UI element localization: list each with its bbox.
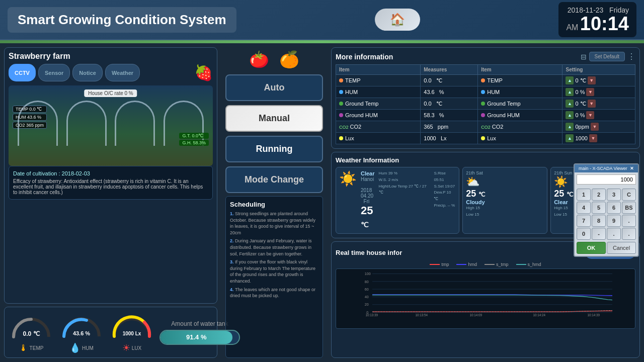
co2-up-btn[interactable]: ▲ xyxy=(566,123,574,131)
co2-down-btn[interactable]: ▼ xyxy=(591,123,599,131)
set-default-button[interactable]: Set Default xyxy=(589,52,625,61)
forecast1-detail: High 15 Low 15 xyxy=(466,205,544,218)
legend-stmp: s_tmp xyxy=(485,262,509,267)
greenhouse-visual: House O/C rate 0 % TEMP 0.0 ℃ HUM 43.6 %… xyxy=(9,85,213,166)
nav-notice[interactable]: Notice xyxy=(72,64,103,81)
manual-button[interactable]: Manual xyxy=(225,105,323,132)
water-bar: 91.4 % xyxy=(159,330,240,345)
scheduling-title: Scheduling xyxy=(230,201,318,208)
svg-text:60: 60 xyxy=(365,287,369,292)
main-container: Strawberry farm CCTV Sensor Notice Weath… xyxy=(0,43,644,362)
key-dot2[interactable]: . xyxy=(607,228,621,240)
scheduling-item-1: 1. Strong seedlings are planted around O… xyxy=(230,211,318,236)
legend-shmd: s_hmd xyxy=(516,262,541,267)
lux-down-btn[interactable]: ▼ xyxy=(589,134,597,142)
temp-gauge: 0.0 ℃ 🌡 TEMP xyxy=(9,312,54,353)
key-c[interactable]: C xyxy=(622,189,636,201)
table-row: Lux 1000 Lx Lux ▲ 1000 ▼ xyxy=(336,133,635,144)
svg-text:10:13:39: 10:13:39 xyxy=(366,313,378,317)
control-buttons: Auto Manual Running Mode Change xyxy=(225,74,323,193)
scada-cancel-button[interactable]: Cancel xyxy=(607,242,636,254)
ghum-up-btn[interactable]: ▲ xyxy=(566,111,574,119)
temp-up-btn[interactable]: ▲ xyxy=(566,76,574,84)
nav-buttons: CCTV Sensor Notice Weather 🍓 xyxy=(9,64,213,81)
ampm: AM xyxy=(566,23,578,32)
datetime-display: 2018-11-23 Friday AM 10:14 xyxy=(558,2,636,37)
temp-down-btn[interactable]: ▼ xyxy=(588,76,596,84)
scada-title: main - X-SCADA Viewer xyxy=(579,166,627,171)
hum-up-btn[interactable]: ▲ xyxy=(566,88,574,96)
key-minus[interactable]: - xyxy=(592,228,606,240)
col-setting: Setting xyxy=(562,65,635,75)
scheduling-item-3: 3. If you cover the floor with black vin… xyxy=(230,259,318,284)
scheduling-item-4: 4. The leaves which are not good shape o… xyxy=(230,287,318,299)
hum-gauge-label: 💧 HUM xyxy=(69,342,94,353)
key-2[interactable]: 2 xyxy=(592,189,606,201)
strawberry-icon: 🍓 xyxy=(194,64,213,81)
cultivation-info: Date of cultivation : 2018-02-03 Efficac… xyxy=(9,166,213,200)
realtime-section: Real time house infor Trend Chart tmp hm… xyxy=(331,241,640,358)
col-item2: Item xyxy=(478,65,562,75)
arch-1 xyxy=(18,101,58,146)
auto-button[interactable]: Auto xyxy=(225,74,323,101)
current-weather-icon: ☀️ xyxy=(339,171,357,187)
svg-text:10:14:24: 10:14:24 xyxy=(533,313,546,317)
info-menu-icon[interactable]: ⋮ xyxy=(627,52,635,61)
key-6[interactable]: 6 xyxy=(607,202,621,214)
tomato-icon: 🍅 xyxy=(249,50,269,69)
svg-text:100: 100 xyxy=(365,272,371,276)
info-header: More information ⊟ Set Default ⋮ xyxy=(336,52,635,61)
water-tank-title: Amount of water tank xyxy=(171,320,228,327)
weather-location: Hanoi 2018 04.20 Fri xyxy=(361,176,375,204)
nav-weather[interactable]: Weather xyxy=(105,64,140,81)
gtemp-down-btn[interactable]: ▼ xyxy=(588,100,596,108)
home-button[interactable]: 🏠 xyxy=(375,9,420,31)
header: Smart Growing Condition System 🏠 2018-11… xyxy=(0,0,644,40)
hum-down-btn[interactable]: ▼ xyxy=(586,88,594,96)
time: 10:14 xyxy=(580,13,629,34)
ground-hum-badge: G.H. 58.3% xyxy=(179,140,209,146)
weather-current-card: ☀️ Clear Hanoi 2018 04.20 Fri xyxy=(336,167,459,234)
nav-cctv[interactable]: CCTV xyxy=(9,64,36,81)
key-0[interactable]: 0 xyxy=(577,228,591,240)
key-8[interactable]: 8 xyxy=(592,215,606,227)
running-button[interactable]: Running xyxy=(225,136,323,162)
scada-input[interactable] xyxy=(577,174,636,185)
ghum-down-btn[interactable]: ▼ xyxy=(586,111,594,119)
weather-detail-2: S.Rise 05:51 S.Set 19:07 Dew.P 10 ℃ Prec… xyxy=(434,170,456,209)
key-5[interactable]: 5 xyxy=(592,202,606,214)
cultivation-date: Date of cultivation : 2018-02-03 xyxy=(13,170,208,176)
scheduling-section: Scheduling 1. Strong seedlings are plant… xyxy=(225,196,323,358)
forecast1-icon: ⛅ xyxy=(466,175,479,188)
forecast2-icon: ☀️ xyxy=(554,175,568,188)
chart-legend: tmp hmd s_tmp s_hmd xyxy=(336,262,635,267)
info-table: Item Measures Item Setting TEMP 0.0 ℃ TE… xyxy=(336,64,635,144)
home-icon: 🏠 xyxy=(390,13,405,27)
key-1[interactable]: 1 xyxy=(577,189,591,201)
svg-text:10:14:09: 10:14:09 xyxy=(470,313,482,317)
nav-sensor[interactable]: Sensor xyxy=(38,64,70,81)
key-dot[interactable]: . xyxy=(622,215,636,227)
key-3[interactable]: 3 xyxy=(607,189,621,201)
gtemp-up-btn[interactable]: ▲ xyxy=(566,100,574,108)
table-row: HUM 43.6 % HUM ▲ 0 % ▼ xyxy=(336,86,635,98)
scada-action-buttons: OK Cancel xyxy=(575,242,638,256)
key-dot3[interactable]: . xyxy=(622,228,636,240)
fruit-icons: 🍅 🍊 xyxy=(225,47,323,71)
mode-change-button[interactable]: Mode Change xyxy=(225,166,323,193)
scada-close-button[interactable]: ✕ xyxy=(630,166,634,171)
weather-title: Weather Information xyxy=(336,156,635,164)
svg-text:40: 40 xyxy=(365,295,369,299)
forecast1-day: 21th Sat xyxy=(466,170,544,175)
scada-ok-button[interactable]: OK xyxy=(577,242,606,254)
more-info-title: More information xyxy=(336,53,393,61)
chart-svg: 100 80 60 40 20 0 xyxy=(339,272,632,317)
lux-up-btn[interactable]: ▲ xyxy=(566,134,574,142)
key-7[interactable]: 7 xyxy=(577,215,591,227)
hum-gauge: 43.6 % 💧 HUM xyxy=(59,311,104,353)
key-4[interactable]: 4 xyxy=(577,202,591,214)
lux-gauge-label: ☀ LUX xyxy=(122,342,141,353)
chart-area: 100 80 60 40 20 0 xyxy=(336,268,635,329)
key-9[interactable]: 9 xyxy=(607,215,621,227)
key-bs[interactable]: BS xyxy=(622,202,636,214)
